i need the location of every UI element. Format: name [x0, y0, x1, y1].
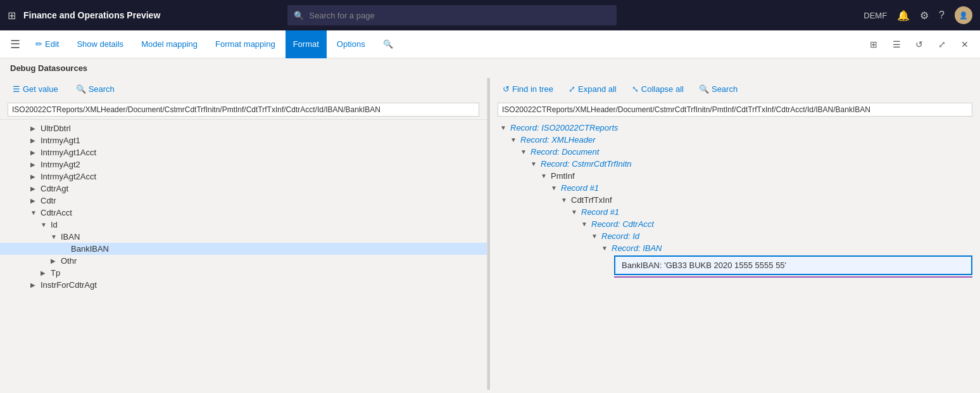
right-tree-item-iso[interactable]: ▼ Record: ISO20022CTReports: [490, 122, 980, 134]
right-tree-item-xmlheader[interactable]: ▼ Record: XMLHeader: [490, 134, 980, 146]
tree-item-tp[interactable]: ▶ Tp: [0, 267, 487, 279]
tree-item-ultrdbtrl[interactable]: ▶ UltrDbtrl: [0, 122, 487, 134]
refresh-small-icon: ↺: [503, 84, 510, 94]
left-breadcrumb: [0, 100, 487, 120]
right-tree-item-document[interactable]: ▼ Record: Document: [490, 146, 980, 158]
search-nav-button[interactable]: 🔍: [375, 30, 401, 58]
right-tree: ▼ Record: ISO20022CTReports ▼ Record: XM…: [490, 119, 980, 390]
left-tree: ▶ UltrDbtrl ▶ IntrmyAgt1 ▶ IntrmyAgt1Acc…: [0, 120, 487, 390]
tree-item-iban[interactable]: ▼ IBAN: [0, 231, 487, 243]
tree-item-instrforcdtragt[interactable]: ▶ InstrForCdtrAgt: [0, 279, 487, 291]
right-search-button[interactable]: 🔍 Search: [694, 82, 743, 96]
close-icon[interactable]: ✕: [955, 34, 975, 55]
expand-icon: ▼: [561, 196, 571, 203]
right-panel: ↺ Find in tree ⤢ Expand all ⤡ Collapse a…: [490, 78, 980, 390]
tree-item-intrmyagt2[interactable]: ▶ IntrmyAgt2: [0, 158, 487, 171]
right-toolbar: ↺ Find in tree ⤢ Expand all ⤡ Collapse a…: [490, 78, 980, 100]
expand-icon: ▼: [581, 221, 591, 228]
settings-icon[interactable]: ⚙: [920, 10, 929, 22]
expand-icon[interactable]: ⤢: [932, 34, 952, 55]
waffle-menu[interactable]: ⊞: [8, 10, 16, 22]
show-details-button[interactable]: Show details: [69, 30, 131, 58]
right-tree-item-record1a[interactable]: ▼ Record #1: [490, 182, 980, 194]
tree-item-bankiban[interactable]: BankIBAN: [0, 243, 487, 255]
find-in-tree-button[interactable]: ↺ Find in tree: [498, 82, 558, 96]
expand-icon: ▶: [51, 257, 61, 264]
secondary-nav: ☰ ✏ Edit Show details Model mapping Form…: [0, 30, 980, 58]
expand-icon: ▼: [571, 209, 581, 216]
avatar[interactable]: 👤: [955, 6, 972, 24]
expand-icon: ▼: [500, 124, 510, 131]
bankiban-value-box: BankIBAN: 'GB33 BUKB 2020 1555 5555 55': [614, 255, 972, 275]
expand-icon: ▶: [30, 125, 41, 132]
expand-icon: ▼: [510, 136, 520, 143]
left-search-button[interactable]: 🔍 Search: [71, 82, 120, 96]
tree-item-othr[interactable]: ▶ Othr: [0, 255, 487, 267]
model-mapping-button[interactable]: Model mapping: [134, 30, 205, 58]
tree-item-intrmyagt2acct[interactable]: ▶ IntrmyAgt2Acct: [0, 171, 487, 183]
left-breadcrumb-input[interactable]: [8, 103, 479, 117]
format-button[interactable]: Format: [286, 30, 327, 58]
right-breadcrumb: [490, 100, 980, 119]
top-nav: ⊞ Finance and Operations Preview 🔍 DEMF …: [0, 0, 980, 30]
expand-icon: ▶: [30, 185, 41, 192]
debug-header: Debug Datasources: [0, 58, 980, 78]
page-search-bar: 🔍: [287, 5, 617, 25]
right-breadcrumb-input[interactable]: [498, 103, 972, 117]
right-tree-item-cdtracct[interactable]: ▼ Record: CdtrAcct: [490, 218, 980, 230]
notification-icon[interactable]: 🔔: [897, 10, 910, 22]
grid-icon[interactable]: ⊞: [864, 34, 884, 55]
expand-icon: ▶: [30, 161, 41, 168]
get-value-icon: ☰: [13, 84, 20, 94]
right-search-icon: 🔍: [699, 84, 709, 94]
right-tree-item-pmtinf[interactable]: ▼ PmtInf: [490, 170, 980, 182]
expand-all-button[interactable]: ⤢ Expand all: [563, 82, 622, 96]
options-button[interactable]: Options: [329, 30, 373, 58]
get-value-button[interactable]: ☰ Get value: [8, 82, 63, 96]
expand-icon: ▼: [520, 148, 531, 155]
format-mapping-button[interactable]: Format mapping: [208, 30, 283, 58]
left-search-icon: 🔍: [76, 84, 86, 94]
expand-icon: ▼: [591, 233, 601, 240]
help-icon[interactable]: ?: [939, 10, 945, 21]
nav-right-icons: ⊞ ☰ ↺ ⤢ ✕: [864, 34, 975, 55]
value-underline: [614, 276, 972, 278]
expand-icon: ▼: [41, 221, 51, 228]
expand-icon: ▶: [30, 281, 41, 288]
right-tree-item-cdttrftxinf[interactable]: ▼ CdtTrfTxInf: [490, 194, 980, 206]
search-icon: 🔍: [294, 11, 304, 20]
page-search-input[interactable]: [309, 11, 610, 20]
expand-icon: ▼: [531, 160, 541, 167]
edit-button[interactable]: ✏ Edit: [28, 30, 66, 58]
expand-icon: ▶: [41, 269, 51, 276]
main-content: ☰ Get value 🔍 Search ▶ UltrDbtrl ▶ Intrm…: [0, 78, 980, 390]
right-tree-item-iban[interactable]: ▼ Record: IBAN: [490, 242, 980, 254]
search-nav-icon: 🔍: [383, 39, 393, 49]
tree-item-cdtragt[interactable]: ▶ CdtrAgt: [0, 183, 487, 195]
collapse-all-icon: ⤡: [632, 84, 639, 94]
expand-icon: ▶: [30, 149, 41, 156]
expand-icon: ▼: [51, 233, 61, 240]
right-tree-item-id[interactable]: ▼ Record: Id: [490, 230, 980, 242]
expand-icon: ▶: [30, 137, 41, 144]
hamburger-button[interactable]: ☰: [5, 34, 25, 55]
tree-item-intrmyagt1[interactable]: ▶ IntrmyAgt1: [0, 134, 487, 146]
expand-icon: ▼: [601, 245, 612, 252]
top-nav-right: DEMF 🔔 ⚙ ? 👤: [864, 6, 972, 24]
compare-icon[interactable]: ☰: [886, 34, 907, 55]
left-toolbar: ☰ Get value 🔍 Search: [0, 78, 487, 100]
right-tree-item-cstmr[interactable]: ▼ Record: CstmrCdtTrfInitn: [490, 158, 980, 170]
tree-item-intrmyagt1acct[interactable]: ▶ IntrmyAgt1Acct: [0, 146, 487, 158]
left-panel: ☰ Get value 🔍 Search ▶ UltrDbtrl ▶ Intrm…: [0, 78, 487, 390]
collapse-all-button[interactable]: ⤡ Collapse all: [627, 82, 689, 96]
expand-icon: ▶: [30, 197, 41, 204]
right-tree-item-record1b[interactable]: ▼ Record #1: [490, 206, 980, 218]
tree-item-id[interactable]: ▼ Id: [0, 219, 487, 231]
tree-item-cdtracct[interactable]: ▼ CdtrAcct: [0, 207, 487, 219]
expand-icon: ▼: [551, 184, 561, 191]
refresh-icon[interactable]: ↺: [909, 34, 929, 55]
tree-item-cdtr[interactable]: ▶ Cdtr: [0, 195, 487, 207]
expand-icon: ▼: [30, 209, 41, 216]
app-title: Finance and Operations Preview: [23, 10, 160, 20]
expand-icon: ▶: [30, 173, 41, 180]
